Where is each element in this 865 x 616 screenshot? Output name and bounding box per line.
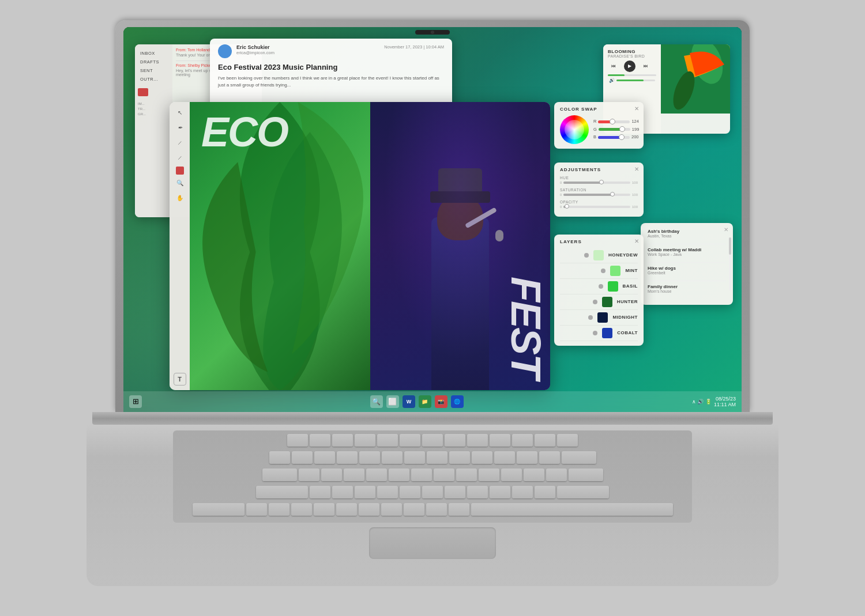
key-f12[interactable] bbox=[557, 434, 578, 447]
key-quote[interactable] bbox=[535, 486, 555, 498]
layer-swatch-cobalt[interactable] bbox=[602, 328, 612, 338]
key-period[interactable] bbox=[426, 503, 447, 516]
key-d[interactable] bbox=[355, 486, 375, 498]
key-l[interactable] bbox=[490, 486, 510, 498]
cal-event-3[interactable]: Hike w/ dogs Greenbelt bbox=[648, 266, 726, 275]
zoom-tool[interactable]: 🔍 bbox=[174, 177, 186, 190]
key-j[interactable] bbox=[445, 486, 465, 498]
key-backspace[interactable] bbox=[562, 451, 596, 464]
taskbar-app-3[interactable]: 📸 bbox=[435, 395, 447, 408]
key-f5[interactable] bbox=[400, 434, 420, 447]
key-3[interactable] bbox=[337, 451, 358, 464]
key-4[interactable] bbox=[359, 451, 380, 464]
hue-track[interactable] bbox=[563, 182, 630, 184]
key-7[interactable] bbox=[427, 451, 447, 464]
key-esc[interactable] bbox=[287, 434, 308, 447]
calendar-scrollbar[interactable] bbox=[729, 237, 731, 290]
key-z[interactable] bbox=[246, 503, 267, 516]
taskbar-app-4[interactable]: 🌐 bbox=[451, 395, 464, 408]
key-h[interactable] bbox=[422, 486, 443, 498]
key-shift-left[interactable] bbox=[193, 503, 245, 516]
key-f8[interactable] bbox=[467, 434, 488, 447]
touchpad[interactable] bbox=[369, 527, 496, 559]
key-2[interactable] bbox=[314, 451, 335, 464]
key-p[interactable] bbox=[501, 468, 522, 481]
adjustments-close[interactable]: ✕ bbox=[634, 166, 639, 172]
next-button[interactable]: ⏭ bbox=[640, 61, 652, 72]
key-comma[interactable] bbox=[404, 503, 424, 516]
key-5[interactable] bbox=[382, 451, 403, 464]
key-lbracket[interactable] bbox=[524, 468, 544, 481]
key-e[interactable] bbox=[344, 468, 364, 481]
key-8[interactable] bbox=[449, 451, 470, 464]
opacity-track[interactable] bbox=[563, 206, 630, 208]
sidebar-item-drafts[interactable]: DRAFTS bbox=[138, 58, 170, 66]
play-button[interactable]: ▶ bbox=[624, 61, 635, 72]
key-m[interactable] bbox=[381, 503, 402, 516]
calendar-panel[interactable]: ✕ Ash's birthday Austin, Texas Collab me… bbox=[641, 223, 733, 305]
list-item[interactable]: COBALT bbox=[560, 326, 638, 341]
key-n[interactable] bbox=[359, 503, 379, 516]
color-swap-close[interactable]: ✕ bbox=[634, 105, 639, 112]
key-space[interactable] bbox=[471, 503, 673, 516]
hand-tool[interactable]: ✋ bbox=[174, 192, 186, 205]
layers-close[interactable]: ✕ bbox=[634, 238, 639, 244]
taskview-icon[interactable]: ⬜ bbox=[386, 395, 399, 408]
sidebar-item-inbox[interactable]: INBOX bbox=[138, 49, 170, 58]
sidebar-item-sent[interactable]: SENT bbox=[138, 66, 170, 75]
adjustments-panel[interactable]: ADJUSTMENTS ✕ HUE 0 100 bbox=[554, 162, 644, 217]
key-equals[interactable] bbox=[539, 451, 560, 464]
cal-event-1[interactable]: Ash's birthday Austin, Texas bbox=[648, 229, 726, 238]
key-u[interactable] bbox=[434, 468, 454, 481]
taskbar-app-1[interactable]: W bbox=[403, 395, 415, 408]
key-t[interactable] bbox=[389, 468, 409, 481]
search-icon[interactable]: 🔍 bbox=[370, 395, 383, 408]
key-b[interactable] bbox=[336, 503, 357, 516]
key-f11[interactable] bbox=[535, 434, 555, 447]
color-wheel[interactable] bbox=[560, 115, 589, 144]
design-canvas[interactable]: ↖ ✒ ⟋ ⟋ 🔍 ✋ T bbox=[170, 102, 550, 390]
key-minus[interactable] bbox=[517, 451, 537, 464]
sat-track[interactable] bbox=[563, 194, 630, 196]
list-item[interactable]: HUNTER bbox=[560, 294, 638, 310]
g-bar[interactable] bbox=[599, 128, 630, 131]
key-f6[interactable] bbox=[422, 434, 443, 447]
key-f10[interactable] bbox=[512, 434, 533, 447]
key-y[interactable] bbox=[411, 468, 432, 481]
key-slash[interactable] bbox=[449, 503, 469, 516]
r-bar[interactable] bbox=[598, 120, 630, 123]
key-x[interactable] bbox=[269, 503, 289, 516]
key-f9[interactable] bbox=[490, 434, 510, 447]
list-item[interactable]: BASIL bbox=[560, 279, 638, 294]
key-r[interactable] bbox=[366, 468, 387, 481]
key-backtick[interactable] bbox=[269, 451, 290, 464]
key-semicolon[interactable] bbox=[512, 486, 533, 498]
cal-event-2[interactable]: Collab meeting w/ Maddi Work Space - Jav… bbox=[648, 247, 726, 256]
cal-event-4[interactable]: Family dinner Mom's house bbox=[648, 284, 726, 293]
key-i[interactable] bbox=[456, 468, 477, 481]
color-swap-panel[interactable]: COLOR SWAP ✕ R 124 bbox=[554, 102, 644, 149]
key-q[interactable] bbox=[299, 468, 319, 481]
music-progress-bar[interactable] bbox=[608, 74, 656, 76]
key-a[interactable] bbox=[310, 486, 330, 498]
key-backslash[interactable] bbox=[569, 468, 603, 481]
key-k[interactable] bbox=[467, 486, 488, 498]
layer-swatch-honeydew[interactable] bbox=[593, 250, 604, 260]
arrow-tool[interactable]: ↖ bbox=[174, 107, 186, 119]
list-item[interactable]: HONEYDEW bbox=[560, 248, 638, 263]
layers-panel[interactable]: LAYERS ✕ HONEYDEW MINT bbox=[554, 235, 644, 346]
key-o[interactable] bbox=[479, 468, 499, 481]
brush-tool[interactable]: ⟋ bbox=[174, 137, 186, 149]
text-tool[interactable]: T bbox=[174, 373, 186, 386]
key-f[interactable] bbox=[377, 486, 398, 498]
layer-swatch-midnight[interactable] bbox=[597, 312, 608, 323]
key-capslock[interactable] bbox=[256, 486, 308, 498]
calendar-close[interactable]: ✕ bbox=[724, 226, 728, 233]
key-f7[interactable] bbox=[445, 434, 465, 447]
taskbar-app-2[interactable]: 📁 bbox=[419, 395, 431, 408]
key-6[interactable] bbox=[404, 451, 425, 464]
key-f4[interactable] bbox=[377, 434, 398, 447]
prev-button[interactable]: ⏮ bbox=[608, 61, 619, 72]
key-g[interactable] bbox=[400, 486, 420, 498]
layer-swatch-mint[interactable] bbox=[610, 266, 620, 276]
